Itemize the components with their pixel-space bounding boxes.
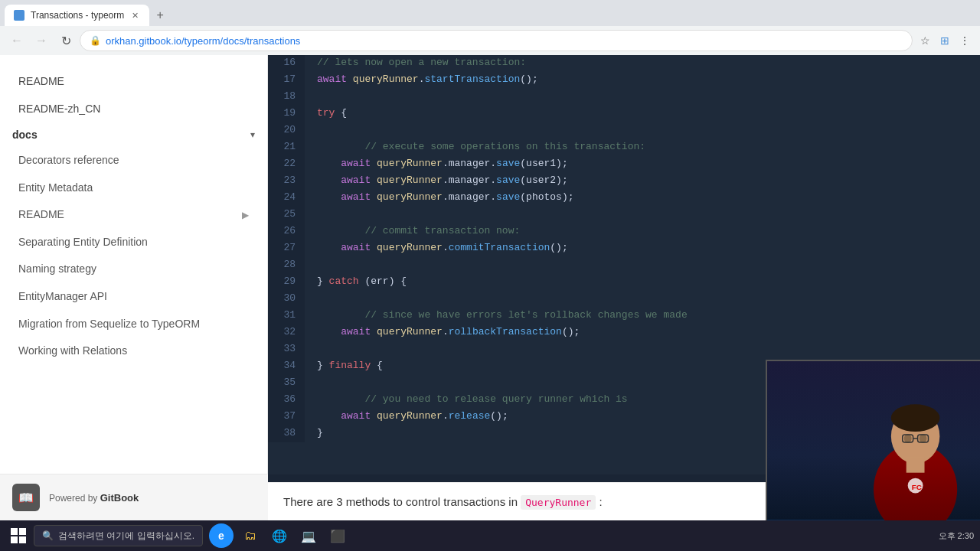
code-line-30: 30 [268, 291, 980, 308]
code-line-32: 32 await queryRunner.rollbackTransaction… [268, 324, 980, 341]
extensions-icon[interactable]: ⊞ [936, 31, 954, 50]
toolbar-icons: ☆ ⊞ ⋮ [916, 31, 974, 50]
taskbar: 🔍 검색하려면 여기에 입력하십시오. e 🗂 🌐 💻 ⬛ 오후 2:30 [0, 520, 980, 551]
docs-chevron-icon: ▾ [250, 129, 255, 140]
webcam-video: FC [767, 361, 980, 520]
tab-close-button[interactable]: ✕ [130, 9, 140, 22]
menu-icon[interactable]: ⋮ [956, 31, 974, 50]
svg-rect-4 [906, 458, 925, 473]
sidebar-item-migration[interactable]: Migration from Sequelize to TypeORM [0, 311, 267, 338]
taskbar-vscode-icon[interactable]: 💻 [296, 523, 321, 548]
gitbook-icon: 📖 [18, 491, 34, 505]
webcam-overlay: FC [766, 360, 980, 520]
sidebar: README README-zh_CN docs ▾ Decorators re… [0, 55, 268, 520]
docs-section-label: docs [12, 129, 38, 141]
code-line-33: 33 [268, 341, 980, 358]
back-button[interactable]: ← [6, 30, 28, 51]
code-line-16: 16 // lets now open a new transaction: [268, 55, 980, 72]
sidebar-item-entity-metadata[interactable]: Entity Metadata [0, 174, 267, 202]
svg-point-5 [904, 434, 912, 443]
readme-arrow-icon: ▶ [242, 209, 249, 222]
sidebar-item-working-with-relations[interactable]: Working with Relations [0, 337, 267, 365]
code-line-31: 31 // since we have errors let's rollbac… [268, 308, 980, 324]
code-line-22: 22 await queryRunner.manager.save(user1)… [268, 156, 980, 173]
sidebar-item-naming-strategy[interactable]: Naming strategy [0, 256, 267, 283]
security-icon: 🔒 [90, 35, 101, 46]
text-below-content: There are 3 methods to control transacti… [283, 495, 518, 508]
sidebar-footer: 📖 Powered by GitBook [0, 474, 268, 520]
taskbar-search-bar[interactable]: 🔍 검색하려면 여기에 입력하십시오. [34, 525, 203, 546]
code-line-18: 18 [268, 89, 980, 106]
sidebar-item-decorators-reference[interactable]: Decorators reference [0, 147, 267, 174]
code-line-28: 28 [268, 257, 980, 274]
svg-point-3 [891, 404, 940, 432]
taskbar-chrome-icon[interactable]: 🌐 [267, 523, 292, 548]
code-line-24: 24 await queryRunner.manager.save(photos… [268, 190, 980, 207]
address-text: orkhan.gitbook.io/typeorm/docs/transacti… [106, 35, 903, 47]
svg-text:FC: FC [912, 483, 922, 491]
code-line-26: 26 // commit transaction now: [268, 223, 980, 240]
gitbook-brand: GitBook [100, 492, 139, 504]
tab-title: Transactions - typeorm [31, 10, 124, 21]
taskbar-system-tray: 오후 2:30 [939, 530, 974, 542]
sidebar-item-entitymanager-api[interactable]: EntityManager API [0, 283, 267, 311]
code-line-20: 20 [268, 122, 980, 139]
windows-start-button[interactable] [6, 523, 31, 548]
code-line-25: 25 [268, 207, 980, 223]
taskbar-search-icon: 🔍 [42, 530, 54, 541]
taskbar-app-icons: e 🗂 🌐 💻 ⬛ [209, 523, 350, 548]
reload-button[interactable]: ↻ [55, 30, 77, 51]
taskbar-edge-icon[interactable]: e [209, 523, 234, 548]
tab-bar: Transactions - typeorm ✕ + [0, 0, 980, 26]
svg-point-6 [920, 434, 927, 443]
code-line-17: 17 await queryRunner.startTransaction(); [268, 72, 980, 89]
browser-chrome: Transactions - typeorm ✕ + ← → ↻ 🔒 orkha… [0, 0, 980, 55]
taskbar-explorer-icon[interactable]: 🗂 [238, 523, 263, 548]
text-below-suffix: : [599, 495, 602, 508]
code-line-27: 27 await queryRunner.commitTransaction()… [268, 240, 980, 257]
gitbook-text: Powered by GitBook [49, 492, 139, 504]
sidebar-item-readme-zh[interactable]: README-zh_CN [0, 95, 267, 122]
sidebar-item-separating-entity[interactable]: Separating Entity Definition [0, 229, 267, 256]
tab-favicon [14, 10, 24, 21]
gitbook-logo: 📖 [12, 484, 40, 511]
browser-toolbar: ← → ↻ 🔒 orkhan.gitbook.io/typeorm/docs/t… [0, 26, 980, 55]
address-bar[interactable]: 🔒 orkhan.gitbook.io/typeorm/docs/transac… [80, 30, 913, 51]
person-svg: FC [767, 361, 980, 520]
docs-section[interactable]: docs ▾ [0, 122, 267, 147]
code-line-23: 23 await queryRunner.manager.save(user2)… [268, 173, 980, 190]
code-line-19: 19 try { [268, 106, 980, 122]
code-line-29: 29 } catch (err) { [268, 274, 980, 291]
sidebar-item-readme-sub[interactable]: README ▶ [0, 201, 267, 229]
queryrunner-inline-code: QueryRunner [521, 495, 596, 510]
forward-button[interactable]: → [31, 30, 52, 51]
active-tab[interactable]: Transactions - typeorm ✕ [5, 5, 149, 26]
taskbar-search-text: 검색하려면 여기에 입력하십시오. [58, 530, 194, 543]
code-line-21: 21 // execute some operations on this tr… [268, 139, 980, 156]
bookmark-icon[interactable]: ☆ [916, 31, 934, 50]
new-tab-button[interactable]: + [149, 5, 171, 26]
sidebar-item-readme[interactable]: README [0, 67, 267, 95]
taskbar-time: 오후 2:30 [939, 530, 974, 542]
taskbar-terminal-icon[interactable]: ⬛ [325, 523, 350, 548]
